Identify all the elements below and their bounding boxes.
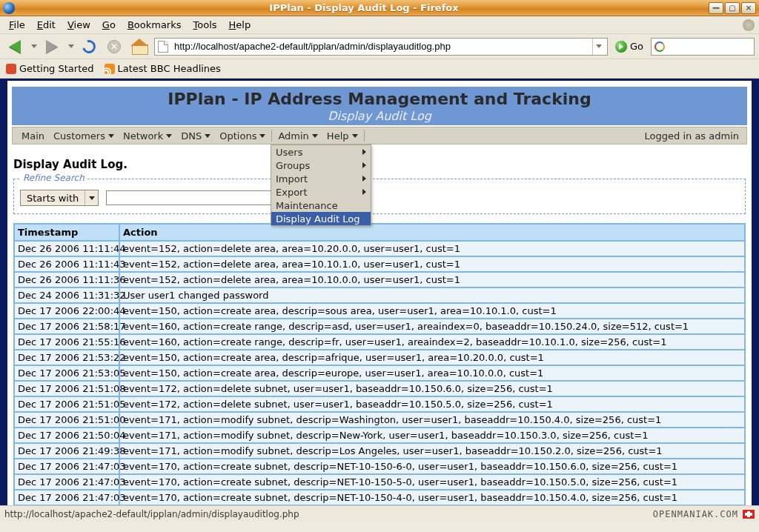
- arrow-right-icon: [46, 40, 58, 53]
- cell-timestamp: Dec 17 2006 21:51:05: [15, 397, 120, 411]
- cell-timestamp: Dec 17 2006 21:47:03: [15, 475, 120, 489]
- cell-timestamp: Dec 17 2006 21:53:05: [15, 366, 120, 380]
- cell-action: event=150, action=create area, descrip=s…: [120, 304, 744, 318]
- chevron-down-icon: [89, 196, 95, 200]
- menu-file[interactable]: File: [4, 18, 30, 32]
- refine-legend: Refine Search: [20, 173, 87, 183]
- page-icon: [158, 41, 168, 53]
- dropdown-item-label: Import: [276, 173, 308, 184]
- chevron-down-icon: [108, 134, 114, 138]
- back-history-caret-icon[interactable]: [31, 44, 37, 48]
- table-row: Dec 17 2006 21:50:04event=171, action=mo…: [15, 427, 744, 442]
- chevron-right-icon: [362, 162, 366, 168]
- cell-timestamp: Dec 26 2006 11:11:36: [15, 273, 120, 287]
- bookmark-label: Getting Started: [19, 63, 94, 74]
- menu-tools[interactable]: Tools: [189, 18, 222, 32]
- table-row: Dec 26 2006 11:11:36event=152, action=de…: [15, 271, 744, 287]
- brand-text: OPENMANIAK.COM: [653, 509, 738, 519]
- cell-action: event=160, action=create range, descrip=…: [120, 319, 744, 333]
- table-row: Dec 17 2006 21:47:03event=170, action=cr…: [15, 473, 744, 489]
- col-timestamp: Timestamp: [15, 225, 120, 240]
- menu-go[interactable]: Go: [98, 18, 120, 32]
- forward-button: [42, 37, 62, 56]
- cell-timestamp: Dec 17 2006 21:50:04: [15, 428, 120, 442]
- admin-dropdown-item[interactable]: Display Audit Log: [271, 212, 371, 225]
- appmenu-network[interactable]: Network: [119, 130, 176, 142]
- login-status: Logged in as admin: [645, 130, 742, 142]
- table-row: Dec 17 2006 21:55:16event=160, action=cr…: [15, 333, 744, 349]
- table-row: Dec 17 2006 21:53:22event=150, action=cr…: [15, 349, 744, 365]
- url-bar[interactable]: [154, 38, 608, 56]
- chevron-down-icon: [312, 134, 318, 138]
- cell-timestamp: Dec 17 2006 21:53:22: [15, 350, 120, 365]
- cell-action: event=171, action=modify subnet, descrip…: [120, 428, 744, 442]
- table-row: Dec 24 2006 11:31:32User user1 changed p…: [15, 287, 744, 302]
- bookmark-latest-bbc[interactable]: Latest BBC Headlines: [105, 63, 221, 74]
- appmenu-help[interactable]: Help: [322, 130, 362, 142]
- go-button-icon[interactable]: [615, 41, 627, 53]
- admin-dropdown-item[interactable]: Export: [271, 185, 371, 199]
- dropdown-item-label: Groups: [276, 160, 310, 171]
- admin-dropdown-item[interactable]: Maintenance: [271, 199, 371, 212]
- admin-dropdown-item[interactable]: Users: [271, 145, 371, 159]
- back-button[interactable]: [4, 37, 25, 56]
- app-menubar: Main Customers Network DNS Options Admin…: [12, 127, 747, 144]
- home-button[interactable]: [129, 37, 150, 56]
- cell-action: event=152, action=delete area, area=10.1…: [120, 257, 744, 271]
- appmenu-main[interactable]: Main: [17, 130, 49, 142]
- appmenu-dns[interactable]: DNS: [176, 130, 215, 142]
- menu-bookmarks[interactable]: Bookmarks: [123, 18, 186, 32]
- cell-action: event=170, action=create subnet, descrip…: [120, 475, 744, 489]
- swiss-flag-icon: [743, 510, 755, 519]
- appmenu-customers[interactable]: Customers: [49, 130, 119, 142]
- menu-help[interactable]: Help: [225, 18, 256, 32]
- section-title: Display Audit Log.: [13, 158, 746, 171]
- firefox-icon: [3, 2, 15, 14]
- window-close-button[interactable]: ✕: [741, 2, 756, 14]
- home-icon: [132, 40, 147, 53]
- admin-dropdown-item[interactable]: Groups: [271, 159, 371, 172]
- admin-dropdown-item[interactable]: Import: [271, 172, 371, 185]
- table-row: Dec 26 2006 11:11:44event=152, action=de…: [15, 240, 744, 256]
- chevron-right-icon: [362, 176, 366, 182]
- cell-timestamp: Dec 17 2006 21:55:16: [15, 335, 120, 349]
- refine-mode-select[interactable]: Starts with: [20, 190, 99, 206]
- cell-action: event=150, action=create area, descrip=e…: [120, 366, 744, 380]
- table-row: Dec 17 2006 21:49:38event=171, action=mo…: [15, 442, 744, 458]
- cell-timestamp: Dec 17 2006 21:47:03: [15, 459, 120, 473]
- cell-timestamp: Dec 24 2006 11:31:32: [15, 288, 120, 302]
- appmenu-options[interactable]: Options: [215, 130, 270, 142]
- chevron-down-icon: [166, 134, 172, 138]
- table-row: Dec 17 2006 21:47:03event=170, action=cr…: [15, 489, 744, 505]
- search-box[interactable]: [651, 38, 755, 56]
- cell-action: event=152, action=delete area, area=10.1…: [120, 273, 744, 287]
- cell-action: event=172, action=delete subnet, user=us…: [120, 397, 744, 411]
- reload-icon: [80, 37, 99, 56]
- window-titlebar: IPPlan - Display Audit Log - Firefox — ▢…: [0, 0, 759, 16]
- menu-view[interactable]: View: [63, 18, 95, 32]
- table-row: Dec 17 2006 21:53:05event=150, action=cr…: [15, 365, 744, 380]
- chevron-down-icon: [205, 134, 211, 138]
- bookmark-icon: [6, 64, 16, 74]
- bookmark-getting-started[interactable]: Getting Started: [6, 63, 94, 74]
- search-engine-icon[interactable]: [654, 41, 665, 52]
- bookmarks-toolbar: Getting Started Latest BBC Headlines: [0, 59, 759, 79]
- app-title: IPPlan - IP Address Management and Track…: [13, 90, 746, 108]
- window-minimize-button[interactable]: —: [709, 2, 723, 14]
- menu-edit[interactable]: Edit: [33, 18, 60, 32]
- chevron-down-icon: [352, 134, 358, 138]
- app-subtitle: Display Audit Log: [13, 109, 746, 123]
- reload-button[interactable]: [79, 37, 99, 56]
- browser-nav-toolbar: ✕ Go: [0, 34, 759, 59]
- dropdown-item-label: Maintenance: [276, 200, 338, 211]
- cell-timestamp: Dec 17 2006 22:00:44: [15, 304, 120, 318]
- go-label[interactable]: Go: [630, 41, 643, 52]
- url-input[interactable]: [173, 40, 588, 53]
- audit-log-table: Timestamp Action Dec 26 2006 11:11:44eve…: [13, 223, 746, 505]
- stop-button: ✕: [104, 37, 125, 56]
- table-row: Dec 17 2006 21:51:00event=171, action=mo…: [15, 411, 744, 427]
- cell-timestamp: Dec 17 2006 21:51:08: [15, 382, 120, 396]
- window-maximize-button[interactable]: ▢: [725, 2, 740, 14]
- appmenu-admin[interactable]: Admin: [274, 130, 322, 142]
- url-history-dropdown[interactable]: [592, 39, 604, 55]
